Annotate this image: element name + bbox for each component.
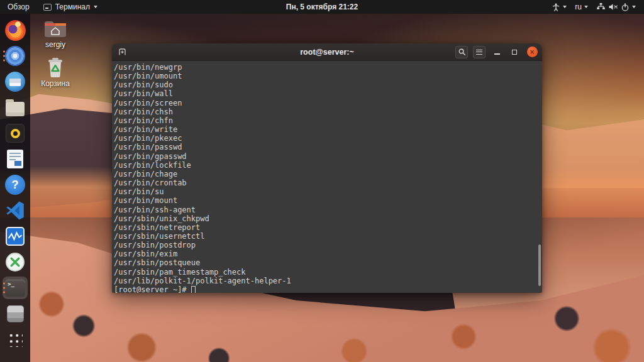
vscode-icon xyxy=(6,201,25,220)
desktop: Обзор Терминал Пн, 5 октября 21:22 ru xyxy=(0,0,644,362)
terminal-output-line: /usr/bin/gpasswd xyxy=(114,152,542,161)
dock-item-rhythmbox[interactable] xyxy=(3,122,28,145)
minimize-icon xyxy=(494,53,500,55)
terminal-output-line: /usr/lib/polkit-1/polkit-agent-helper-1 xyxy=(114,277,542,285)
desktop-icon-label: Корзина xyxy=(41,79,70,88)
thunderbird-icon xyxy=(5,72,25,92)
close-icon: × xyxy=(527,47,538,57)
menu-icon xyxy=(476,50,482,55)
volume-muted-icon xyxy=(608,3,618,11)
terminal-output-line: /usr/bin/ssh-agent xyxy=(114,206,542,214)
dock-item-thunderbird[interactable] xyxy=(3,70,28,93)
desktop-icon-label: sergiy xyxy=(45,40,65,49)
search-icon xyxy=(458,48,466,56)
terminal-output-line: /usr/bin/lockfile xyxy=(114,161,542,170)
terminal-output-line: /usr/bin/write xyxy=(114,125,542,134)
terminal-output-line: /usr/sbin/unix_chkpwd xyxy=(114,214,542,223)
terminal-cursor xyxy=(191,286,196,293)
terminal-output-line: /usr/bin/wall xyxy=(114,89,542,98)
terminal-output-line: /usr/bin/passwd xyxy=(114,143,542,151)
terminal-output-line: /usr/bin/crontab xyxy=(114,178,542,187)
scrollbar-thumb[interactable] xyxy=(538,244,541,286)
terminal-mini-icon xyxy=(43,4,52,11)
libreoffice-writer-icon xyxy=(7,150,23,168)
files-icon xyxy=(6,102,25,116)
chevron-down-icon xyxy=(563,6,567,8)
dock-item-app-grid[interactable] xyxy=(3,328,28,351)
dock-item-files[interactable] xyxy=(3,96,28,119)
chevron-down-icon xyxy=(632,6,636,8)
window-titlebar[interactable]: root@server:~ × xyxy=(112,43,542,61)
dock-item-chromium[interactable] xyxy=(3,45,28,67)
chevron-down-icon xyxy=(584,6,588,8)
terminal-output-line: /usr/bin/newgrp xyxy=(114,63,542,72)
terminal-output-line: /usr/sbin/exim xyxy=(114,250,542,258)
dock-item-help[interactable]: ? xyxy=(3,173,28,196)
app-menu-label: Терминал xyxy=(55,3,90,11)
firefox-icon xyxy=(5,20,26,41)
terminal-output-line: /usr/bin/chage xyxy=(114,170,542,178)
terminal-output-line: /usr/bin/chfn xyxy=(114,116,542,125)
terminal-content[interactable]: /usr/bin/newgrp/usr/bin/umount/usr/bin/s… xyxy=(112,61,542,293)
keyboard-layout-indicator: ru xyxy=(575,3,582,11)
search-button[interactable] xyxy=(455,46,468,58)
terminal-output-line: /usr/sbin/postqueue xyxy=(114,258,542,267)
dock: ? >_ xyxy=(0,14,30,362)
desktop-icon-trash[interactable]: Корзина xyxy=(35,57,75,88)
system-monitor-icon xyxy=(6,227,25,246)
terminal-output-line: /usr/bin/chsh xyxy=(114,107,542,116)
trash-icon xyxy=(43,57,67,78)
minimize-button[interactable] xyxy=(491,46,503,58)
dock-item-system-monitor[interactable] xyxy=(3,225,28,248)
terminal-output-line: /usr/sbin/usernetctl xyxy=(114,232,542,241)
terminal-output-line: /usr/bin/umount xyxy=(114,72,542,80)
terminal-output-line: /usr/sbin/pam_timestamp_check xyxy=(114,268,542,277)
dock-item-x-server[interactable] xyxy=(3,251,28,273)
maximize-icon xyxy=(512,50,517,55)
top-bar: Обзор Терминал Пн, 5 октября 21:22 ru xyxy=(0,0,644,14)
power-icon xyxy=(621,3,630,12)
terminal-prompt-line: [root@server ~]# xyxy=(114,285,542,293)
terminal-icon: >_ xyxy=(5,280,25,297)
desktop-icon-home-folder[interactable]: sergiy xyxy=(35,18,75,49)
help-icon: ? xyxy=(5,175,25,195)
dock-item-terminal[interactable]: >_ xyxy=(3,277,28,299)
chevron-down-icon xyxy=(94,6,97,8)
accessibility-menu[interactable] xyxy=(550,0,569,14)
terminal-output-line: /usr/bin/su xyxy=(114,187,542,196)
clock[interactable]: Пн, 5 октября 21:22 xyxy=(280,0,364,14)
keyboard-layout-menu[interactable]: ru xyxy=(573,0,590,14)
window-title: root@server:~ xyxy=(300,48,354,57)
app-grid-icon xyxy=(8,332,23,347)
terminal-output-line: /usr/sbin/netreport xyxy=(114,223,542,232)
terminal-output-line: /usr/bin/sudo xyxy=(114,80,542,89)
activities-button[interactable]: Обзор xyxy=(0,0,37,14)
terminal-output-line: /usr/bin/pkexec xyxy=(114,134,542,143)
app-menu[interactable]: Терминал xyxy=(37,0,104,14)
rhythmbox-icon xyxy=(6,124,25,143)
home-folder-icon xyxy=(43,18,68,39)
new-tab-icon xyxy=(118,47,127,57)
dock-item-package[interactable] xyxy=(3,302,28,325)
new-tab-button[interactable] xyxy=(116,46,128,58)
terminal-window: root@server:~ × /usr/bin/newgrp/usr/bin/… xyxy=(112,43,542,293)
terminal-prompt: [root@server ~]# xyxy=(114,285,187,293)
maximize-button[interactable] xyxy=(508,46,521,58)
accessibility-icon xyxy=(552,3,560,12)
terminal-output-line: /usr/bin/mount xyxy=(114,196,542,205)
network-wired-icon xyxy=(596,3,606,11)
dock-item-firefox[interactable] xyxy=(3,19,28,41)
close-button[interactable]: × xyxy=(526,46,538,58)
x-server-icon xyxy=(6,253,25,272)
running-indicator-dots xyxy=(3,51,5,62)
dock-item-libreoffice-writer[interactable] xyxy=(3,148,28,170)
menu-button[interactable] xyxy=(473,46,486,58)
terminal-output-line: /usr/bin/screen xyxy=(114,99,542,107)
package-icon xyxy=(7,305,24,322)
dock-item-vscode[interactable] xyxy=(3,199,28,222)
terminal-output: /usr/bin/newgrp/usr/bin/umount/usr/bin/s… xyxy=(114,63,542,285)
chromium-icon xyxy=(5,46,25,66)
system-menu[interactable] xyxy=(594,0,638,14)
terminal-output-line: /usr/sbin/postdrop xyxy=(114,241,542,250)
